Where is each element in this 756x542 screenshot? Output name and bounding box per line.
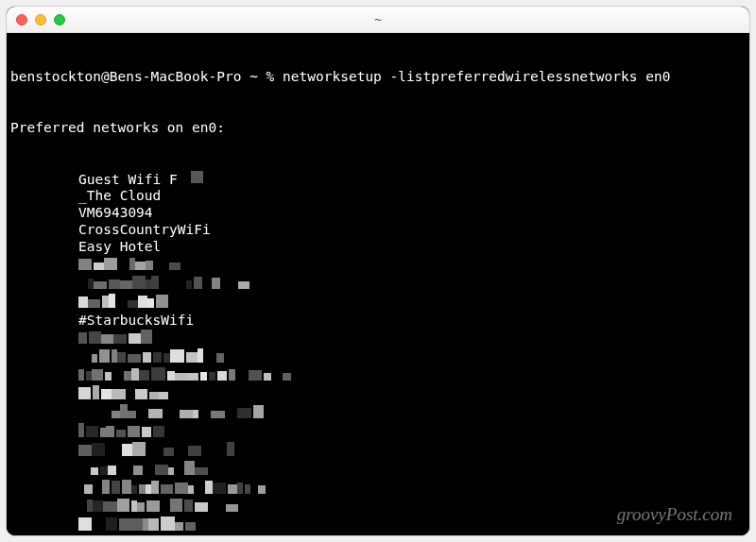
redacted-network [78,258,227,273]
command: networksetup -listpreferredwirelessnetwo… [283,69,670,84]
network-item [10,461,746,480]
redacted-network [78,350,226,365]
network-item [10,517,746,535]
command-line: benstockton@Bens-MacBook-Pro ~ % network… [10,69,746,86]
network-name: Easy Hotel [10,239,746,256]
terminal-window: ~ benstockton@Bens-MacBook-Pro ~ % netwo… [6,6,750,536]
redacted-network [78,406,264,421]
redacted-network [78,463,210,478]
network-name: VM6943094 [10,205,746,222]
response-header: Preferred networks on en0: [10,120,746,137]
close-button[interactable] [16,14,27,25]
title-bar: ~ [7,7,749,33]
redacted-network [78,425,164,440]
redacted-network [78,368,291,383]
network-name: CrossCountryWiFi [10,222,746,239]
network-item [10,256,746,275]
redacted-network [78,500,254,515]
redacted-network [78,444,234,459]
network-item [10,330,746,348]
terminal-body[interactable]: benstockton@Bens-MacBook-Pro ~ % network… [7,33,749,535]
network-name: Guest Wifi F [78,171,178,186]
redacted-network [78,518,196,534]
network-item [10,294,746,313]
network-item [10,367,746,385]
window-title: ~ [374,12,382,26]
network-list: Guest Wifi F_The CloudVM6943094CrossCoun… [10,171,746,535]
redacted-network [78,296,175,311]
network-item [10,480,746,499]
network-item [10,423,746,442]
minimize-button[interactable] [35,14,46,25]
network-item [10,348,746,367]
network-item [10,499,746,517]
network-item [10,404,746,423]
redacted-network [78,331,154,347]
network-item [10,385,746,404]
network-name: _The Cloud [10,188,746,205]
redacted-network [78,277,249,292]
redacted-network [78,482,266,497]
network-item: Guest Wifi F [10,171,746,188]
network-item [10,275,746,294]
network-name: #StarbucksWifi [10,313,746,330]
network-item [10,442,746,461]
zoom-button[interactable] [54,14,65,25]
prompt: benstockton@Bens-MacBook-Pro ~ % [10,69,283,84]
traffic-lights [16,14,65,25]
redacted-network [78,387,168,402]
redacted-network [180,171,211,186]
